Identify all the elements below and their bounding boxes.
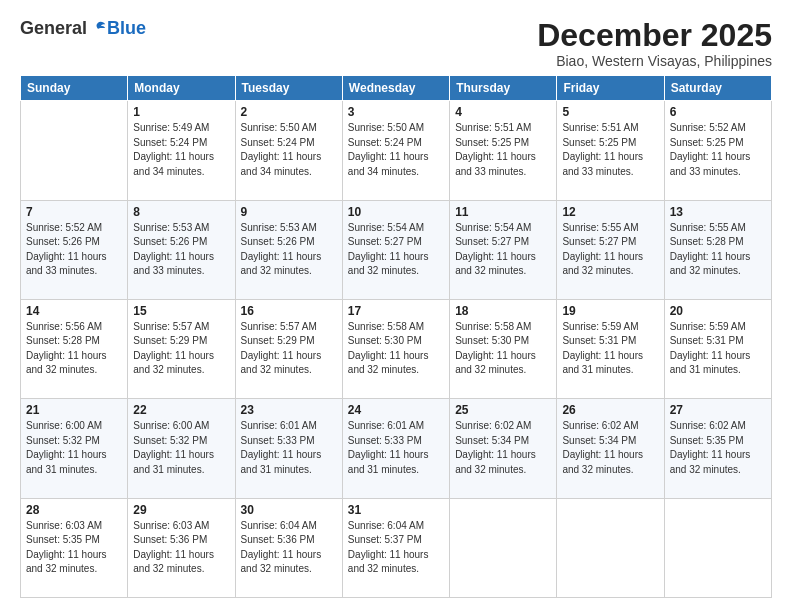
day-cell: 3Sunrise: 5:50 AM Sunset: 5:24 PM Daylig… (342, 101, 449, 200)
day-cell: 21Sunrise: 6:00 AM Sunset: 5:32 PM Dayli… (21, 399, 128, 498)
day-info: Sunrise: 6:04 AM Sunset: 5:37 PM Dayligh… (348, 519, 444, 577)
day-cell: 14Sunrise: 5:56 AM Sunset: 5:28 PM Dayli… (21, 299, 128, 398)
day-info: Sunrise: 5:52 AM Sunset: 5:26 PM Dayligh… (26, 221, 122, 279)
day-info: Sunrise: 5:53 AM Sunset: 5:26 PM Dayligh… (241, 221, 337, 279)
week-row-4: 28Sunrise: 6:03 AM Sunset: 5:35 PM Dayli… (21, 498, 772, 597)
day-number: 16 (241, 304, 337, 318)
day-cell: 9Sunrise: 5:53 AM Sunset: 5:26 PM Daylig… (235, 200, 342, 299)
day-cell: 19Sunrise: 5:59 AM Sunset: 5:31 PM Dayli… (557, 299, 664, 398)
day-number: 22 (133, 403, 229, 417)
month-title: December 2025 (537, 18, 772, 53)
day-cell (664, 498, 771, 597)
day-info: Sunrise: 5:51 AM Sunset: 5:25 PM Dayligh… (562, 121, 658, 179)
day-cell: 26Sunrise: 6:02 AM Sunset: 5:34 PM Dayli… (557, 399, 664, 498)
day-cell: 24Sunrise: 6:01 AM Sunset: 5:33 PM Dayli… (342, 399, 449, 498)
day-info: Sunrise: 5:49 AM Sunset: 5:24 PM Dayligh… (133, 121, 229, 179)
day-number: 23 (241, 403, 337, 417)
day-info: Sunrise: 5:50 AM Sunset: 5:24 PM Dayligh… (241, 121, 337, 179)
page: General Blue December 2025 Biao, Western… (0, 0, 792, 612)
day-cell: 22Sunrise: 6:00 AM Sunset: 5:32 PM Dayli… (128, 399, 235, 498)
week-row-0: 1Sunrise: 5:49 AM Sunset: 5:24 PM Daylig… (21, 101, 772, 200)
calendar-table: SundayMondayTuesdayWednesdayThursdayFrid… (20, 75, 772, 598)
day-number: 8 (133, 205, 229, 219)
day-info: Sunrise: 5:58 AM Sunset: 5:30 PM Dayligh… (455, 320, 551, 378)
week-row-3: 21Sunrise: 6:00 AM Sunset: 5:32 PM Dayli… (21, 399, 772, 498)
day-info: Sunrise: 5:55 AM Sunset: 5:28 PM Dayligh… (670, 221, 766, 279)
day-number: 31 (348, 503, 444, 517)
logo-bird-icon (89, 20, 107, 38)
day-cell: 27Sunrise: 6:02 AM Sunset: 5:35 PM Dayli… (664, 399, 771, 498)
day-info: Sunrise: 5:54 AM Sunset: 5:27 PM Dayligh… (348, 221, 444, 279)
day-info: Sunrise: 6:02 AM Sunset: 5:35 PM Dayligh… (670, 419, 766, 477)
day-info: Sunrise: 5:57 AM Sunset: 5:29 PM Dayligh… (241, 320, 337, 378)
day-cell: 16Sunrise: 5:57 AM Sunset: 5:29 PM Dayli… (235, 299, 342, 398)
day-cell: 12Sunrise: 5:55 AM Sunset: 5:27 PM Dayli… (557, 200, 664, 299)
day-number: 6 (670, 105, 766, 119)
day-cell: 18Sunrise: 5:58 AM Sunset: 5:30 PM Dayli… (450, 299, 557, 398)
weekday-header-friday: Friday (557, 76, 664, 101)
week-row-1: 7Sunrise: 5:52 AM Sunset: 5:26 PM Daylig… (21, 200, 772, 299)
day-cell: 20Sunrise: 5:59 AM Sunset: 5:31 PM Dayli… (664, 299, 771, 398)
day-number: 27 (670, 403, 766, 417)
day-number: 11 (455, 205, 551, 219)
day-info: Sunrise: 6:00 AM Sunset: 5:32 PM Dayligh… (26, 419, 122, 477)
day-number: 30 (241, 503, 337, 517)
day-number: 20 (670, 304, 766, 318)
day-info: Sunrise: 5:52 AM Sunset: 5:25 PM Dayligh… (670, 121, 766, 179)
day-number: 19 (562, 304, 658, 318)
day-cell: 8Sunrise: 5:53 AM Sunset: 5:26 PM Daylig… (128, 200, 235, 299)
day-number: 9 (241, 205, 337, 219)
day-number: 25 (455, 403, 551, 417)
day-info: Sunrise: 6:01 AM Sunset: 5:33 PM Dayligh… (241, 419, 337, 477)
logo-blue-text: Blue (107, 18, 146, 39)
header: General Blue December 2025 Biao, Western… (20, 18, 772, 69)
day-number: 14 (26, 304, 122, 318)
day-cell: 31Sunrise: 6:04 AM Sunset: 5:37 PM Dayli… (342, 498, 449, 597)
week-row-2: 14Sunrise: 5:56 AM Sunset: 5:28 PM Dayli… (21, 299, 772, 398)
day-number: 18 (455, 304, 551, 318)
day-number: 15 (133, 304, 229, 318)
day-info: Sunrise: 6:03 AM Sunset: 5:35 PM Dayligh… (26, 519, 122, 577)
weekday-header-saturday: Saturday (664, 76, 771, 101)
day-info: Sunrise: 5:56 AM Sunset: 5:28 PM Dayligh… (26, 320, 122, 378)
day-info: Sunrise: 6:01 AM Sunset: 5:33 PM Dayligh… (348, 419, 444, 477)
day-number: 10 (348, 205, 444, 219)
day-cell: 10Sunrise: 5:54 AM Sunset: 5:27 PM Dayli… (342, 200, 449, 299)
logo-general-text: General (20, 18, 87, 39)
day-number: 4 (455, 105, 551, 119)
day-number: 7 (26, 205, 122, 219)
title-block: December 2025 Biao, Western Visayas, Phi… (537, 18, 772, 69)
weekday-header-thursday: Thursday (450, 76, 557, 101)
day-info: Sunrise: 6:03 AM Sunset: 5:36 PM Dayligh… (133, 519, 229, 577)
logo: General Blue (20, 18, 146, 39)
day-number: 24 (348, 403, 444, 417)
day-number: 29 (133, 503, 229, 517)
day-cell: 5Sunrise: 5:51 AM Sunset: 5:25 PM Daylig… (557, 101, 664, 200)
weekday-header-row: SundayMondayTuesdayWednesdayThursdayFrid… (21, 76, 772, 101)
day-info: Sunrise: 5:51 AM Sunset: 5:25 PM Dayligh… (455, 121, 551, 179)
day-cell: 28Sunrise: 6:03 AM Sunset: 5:35 PM Dayli… (21, 498, 128, 597)
day-cell: 2Sunrise: 5:50 AM Sunset: 5:24 PM Daylig… (235, 101, 342, 200)
day-cell: 6Sunrise: 5:52 AM Sunset: 5:25 PM Daylig… (664, 101, 771, 200)
day-number: 21 (26, 403, 122, 417)
day-info: Sunrise: 5:55 AM Sunset: 5:27 PM Dayligh… (562, 221, 658, 279)
day-number: 3 (348, 105, 444, 119)
day-cell: 23Sunrise: 6:01 AM Sunset: 5:33 PM Dayli… (235, 399, 342, 498)
weekday-header-monday: Monday (128, 76, 235, 101)
day-info: Sunrise: 6:00 AM Sunset: 5:32 PM Dayligh… (133, 419, 229, 477)
day-cell: 11Sunrise: 5:54 AM Sunset: 5:27 PM Dayli… (450, 200, 557, 299)
weekday-header-tuesday: Tuesday (235, 76, 342, 101)
day-info: Sunrise: 5:59 AM Sunset: 5:31 PM Dayligh… (562, 320, 658, 378)
day-info: Sunrise: 5:54 AM Sunset: 5:27 PM Dayligh… (455, 221, 551, 279)
day-cell: 17Sunrise: 5:58 AM Sunset: 5:30 PM Dayli… (342, 299, 449, 398)
day-info: Sunrise: 5:59 AM Sunset: 5:31 PM Dayligh… (670, 320, 766, 378)
day-cell (557, 498, 664, 597)
day-info: Sunrise: 6:02 AM Sunset: 5:34 PM Dayligh… (562, 419, 658, 477)
location: Biao, Western Visayas, Philippines (537, 53, 772, 69)
day-number: 12 (562, 205, 658, 219)
day-number: 26 (562, 403, 658, 417)
day-info: Sunrise: 5:58 AM Sunset: 5:30 PM Dayligh… (348, 320, 444, 378)
day-cell: 30Sunrise: 6:04 AM Sunset: 5:36 PM Dayli… (235, 498, 342, 597)
day-info: Sunrise: 6:02 AM Sunset: 5:34 PM Dayligh… (455, 419, 551, 477)
day-cell (450, 498, 557, 597)
